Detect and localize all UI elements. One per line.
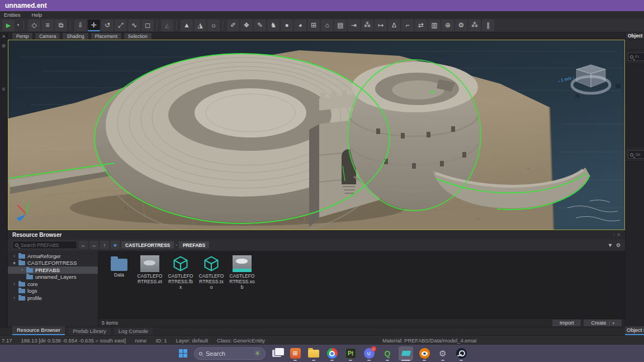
tab-log-console[interactable]: Log Console: [114, 327, 153, 335]
tree-item[interactable]: unnamed_Layers: [8, 274, 98, 281]
separator[interactable]: [222, 21, 224, 30]
qgis-icon[interactable]: Q: [380, 346, 395, 361]
menu-help[interactable]: Help: [32, 12, 42, 18]
expander-icon[interactable]: ›: [20, 267, 24, 273]
pause-icon[interactable]: ∥: [482, 20, 494, 31]
chrome-icon[interactable]: [325, 346, 339, 361]
polygon-select-icon[interactable]: ⌐: [401, 20, 414, 31]
viewport-tab[interactable]: Placement: [91, 33, 121, 39]
file-tile-fbx[interactable]: CASTLEFORTRESS.fbx: [168, 255, 193, 318]
import-asset-icon[interactable]: ⇥: [348, 20, 360, 31]
tab-resource-browser[interactable]: Resource Browser: [12, 326, 65, 335]
filter-icon[interactable]: ▼: [608, 242, 613, 248]
tab-prefab-library[interactable]: Prefab Library: [68, 327, 111, 335]
task-view-icon[interactable]: [269, 346, 284, 361]
scale-tool-icon[interactable]: ⤢: [115, 20, 127, 31]
taskbar-search-input[interactable]: [206, 350, 245, 357]
viewport-3d[interactable]: N W ‹ 1 m/s ›: [8, 40, 625, 230]
grid-icon[interactable]: ⊞: [307, 20, 320, 31]
play-button[interactable]: ▶: [2, 20, 15, 31]
separator[interactable]: [176, 21, 178, 30]
menu-entities[interactable]: Entities: [4, 12, 21, 18]
create-button[interactable]: Create▾: [584, 320, 622, 326]
substance-painter-icon[interactable]: Pt: [343, 346, 358, 361]
viewport-tab[interactable]: Shading: [63, 33, 88, 39]
viewport-tab[interactable]: Selection: [124, 33, 151, 39]
file-tile-txo[interactable]: CASTLEFORTRESS.txo: [198, 255, 224, 318]
favorite-button[interactable]: ★: [111, 241, 120, 249]
taskbar-search[interactable]: ✳: [194, 347, 266, 360]
store-icon[interactable]: ⊞: [288, 346, 302, 361]
resource-search-input[interactable]: [21, 242, 74, 248]
map-icon[interactable]: ❖: [240, 20, 253, 31]
expander-icon[interactable]: ›: [12, 253, 16, 259]
create-caret-icon[interactable]: ▾: [609, 321, 614, 325]
expander-icon[interactable]: ›: [12, 281, 16, 287]
close-icon[interactable]: ✕: [2, 34, 6, 39]
close-panel-icon[interactable]: ✕: [617, 232, 621, 237]
box-select-icon[interactable]: ◻: [141, 20, 154, 31]
brush-icon[interactable]: ✎: [254, 20, 266, 31]
shelter-icon[interactable]: ∆: [388, 20, 400, 31]
file-tile-data[interactable]: Data: [106, 255, 132, 318]
tree-item[interactable]: › ArmaReforger: [8, 253, 98, 260]
import-button[interactable]: Import: [552, 320, 581, 326]
mesh-icon[interactable]: ◇: [28, 20, 40, 31]
resource-search[interactable]: [12, 241, 77, 249]
move-tool-icon[interactable]: ✛: [88, 20, 100, 31]
separator[interactable]: [70, 21, 72, 30]
separator[interactable]: [157, 21, 158, 30]
swap-icon[interactable]: ⇄: [415, 20, 427, 31]
house-icon[interactable]: ⌂: [321, 20, 333, 31]
crate-icon[interactable]: ▤: [334, 20, 347, 31]
tree-item[interactable]: › core: [8, 280, 98, 288]
hierarchy-icon[interactable]: ⁂: [361, 20, 373, 31]
settings-gear-icon[interactable]: ⚙: [616, 242, 621, 248]
tree-item[interactable]: › PREFABS: [8, 266, 98, 274]
tab-object-properties[interactable]: Object P: [625, 326, 644, 335]
tree-item[interactable]: logs: [8, 288, 98, 295]
expander-icon[interactable]: ▾: [12, 260, 16, 266]
viewport-tab[interactable]: Persp: [12, 33, 32, 39]
rotate-tool-icon[interactable]: ↺: [101, 20, 113, 31]
start-button[interactable]: [176, 346, 190, 361]
nodes-icon[interactable]: ⁂: [468, 20, 481, 31]
nav-forward-button[interactable]: →: [89, 241, 98, 249]
object-properties-title[interactable]: Object P: [626, 32, 644, 40]
tree-item[interactable]: ▾ CASTLEFORTRESS: [8, 260, 98, 267]
discord-icon[interactable]: ∪•: [362, 346, 376, 361]
measure-icon[interactable]: ✐: [227, 20, 239, 31]
window-titlebar[interactable]: unnamed.ent: [0, 0, 644, 11]
settings-gear-icon[interactable]: ⚙: [435, 346, 450, 361]
properties-filter[interactable]: Fi: [628, 53, 644, 61]
file-tile-xob[interactable]: CASTLEFORTRESS.xob: [229, 255, 255, 318]
float-panel-icon[interactable]: ▫: [613, 232, 614, 237]
nav-back-button[interactable]: ←: [79, 241, 88, 249]
environment-icon[interactable]: ☼: [207, 20, 220, 31]
sphere-icon[interactable]: ●: [281, 20, 293, 31]
duplicate-icon[interactable]: ⧉: [55, 20, 67, 31]
separator[interactable]: [23, 21, 25, 30]
snap-to-ground-icon[interactable]: ⇩: [74, 20, 87, 31]
waterdrop-icon[interactable]: ◕: [294, 20, 306, 31]
gears-icon[interactable]: ⚙: [455, 20, 467, 31]
file-tile-et[interactable]: CASTLEFORTRESS.et: [137, 255, 163, 318]
blender-icon[interactable]: [417, 346, 432, 361]
breadcrumb-current[interactable]: PREFABS: [179, 241, 209, 249]
layers-icon[interactable]: ≡: [41, 20, 54, 31]
workbench-icon-active[interactable]: [399, 346, 413, 361]
terrain-icon[interactable]: ◭: [161, 20, 173, 31]
steam-icon[interactable]: [454, 346, 468, 361]
spline-tool-icon[interactable]: ∿: [128, 20, 140, 31]
expander-icon[interactable]: ›: [12, 295, 16, 301]
compass-gizmo[interactable]: N W ‹ 1 m/s ›: [556, 55, 623, 108]
tree-item[interactable]: › profile: [8, 294, 98, 302]
export-asset-icon[interactable]: ↦: [375, 20, 387, 31]
file-explorer-icon[interactable]: [306, 346, 321, 361]
creature-icon[interactable]: ♞: [267, 20, 280, 31]
viewport-tab[interactable]: Camera: [35, 33, 60, 39]
nav-up-button[interactable]: ↑: [100, 241, 109, 249]
properties-search[interactable]: Se: [628, 150, 644, 159]
play-options-caret[interactable]: ▾: [16, 20, 21, 31]
gear-icon[interactable]: ⚙: [2, 44, 6, 49]
